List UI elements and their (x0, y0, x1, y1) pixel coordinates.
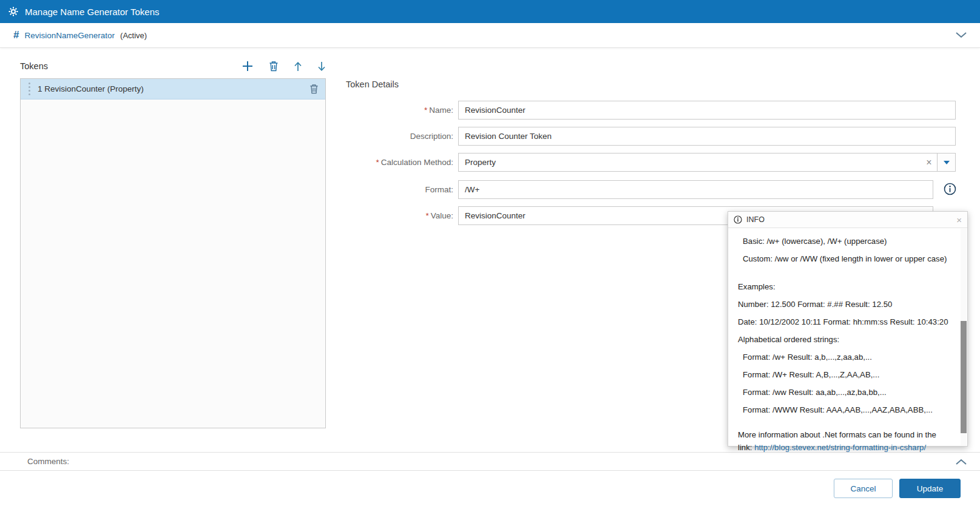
cancel-button[interactable]: Cancel (834, 479, 893, 498)
hash-icon: # (13, 29, 19, 41)
generator-bar: # RevisionNameGenerator (Active) (0, 23, 980, 48)
update-button[interactable]: Update (899, 479, 961, 498)
info-line: Basic: /w+ (lowercase), /W+ (uppercase) (738, 232, 951, 250)
value-label: *Value: (346, 206, 458, 225)
info-popup-footer: More information about .Net formats can … (738, 428, 951, 454)
gear-icon (8, 7, 18, 16)
token-details-title: Token Details (346, 79, 399, 89)
format-row: Format: (346, 180, 933, 199)
format-info-popup: INFO × Basic: /w+ (lowercase), /W+ (uppe… (728, 211, 968, 447)
delete-token-button[interactable] (269, 61, 279, 72)
info-line: Custom: /ww or /WW (fixed length in lowe… (738, 250, 951, 268)
close-icon[interactable]: × (956, 215, 962, 224)
format-label: Format: (346, 180, 458, 199)
description-row: Description: (346, 127, 956, 146)
manage-tokens-window: Manage Name Generator Tokens # RevisionN… (0, 0, 980, 506)
name-field[interactable] (458, 101, 956, 120)
dropdown-caret-button[interactable] (937, 153, 955, 171)
tokens-header: Tokens (20, 58, 326, 74)
name-row: *Name: (346, 101, 956, 120)
tokens-panel-title: Tokens (20, 61, 48, 71)
popup-scrollbar-thumb[interactable] (961, 321, 967, 433)
window-title: Manage Name Generator Tokens (25, 7, 160, 17)
calculation-method-row: *Calculation Method: Property × (346, 153, 956, 172)
comments-label: Comments: (27, 457, 69, 466)
clear-selection-icon[interactable]: × (921, 157, 937, 168)
calculation-method-value: Property (459, 158, 921, 167)
chevron-down-icon[interactable] (956, 32, 967, 38)
info-line: Format: /ww Result: aa,ab,...,az,ba,bb,.… (738, 383, 951, 401)
move-up-button[interactable] (294, 61, 302, 72)
required-asterisk: * (376, 158, 379, 167)
format-field[interactable] (458, 180, 933, 199)
calculation-method-select[interactable]: Property × (458, 153, 956, 172)
info-icon (734, 215, 742, 224)
add-token-button[interactable] (242, 60, 254, 72)
description-field[interactable] (458, 127, 956, 146)
info-line: Format: /WWW Result: AAA,AAB,...,AAZ,ABA… (738, 401, 951, 419)
info-line: Format: /W+ Result: A,B,...,Z,AA,AB,... (738, 366, 951, 383)
tokens-toolbar (242, 60, 326, 72)
formats-link[interactable]: http://blog.stevex.net/string-formatting… (754, 443, 926, 452)
info-popup-body: Basic: /w+ (lowercase), /W+ (uppercase) … (728, 228, 967, 454)
chevron-up-icon[interactable] (956, 459, 967, 465)
token-list-item-selected[interactable]: 1 RevisionCounter (Property) (21, 79, 325, 100)
row-delete-icon[interactable] (309, 84, 319, 94)
info-line: Date: 10/12/2002 10:11 Format: hh:mm:ss … (738, 313, 951, 331)
info-popup-title: INFO (746, 215, 765, 224)
title-bar: Manage Name Generator Tokens (0, 0, 980, 23)
popup-scrollbar[interactable] (961, 229, 967, 445)
move-down-button[interactable] (317, 61, 326, 72)
generator-name-link[interactable]: RevisionNameGenerator (24, 31, 115, 40)
generator-status: (Active) (120, 31, 147, 40)
tokens-list: 1 RevisionCounter (Property) (20, 78, 326, 428)
comments-section: Comments: (0, 452, 980, 471)
info-popup-header: INFO × (728, 212, 967, 228)
calculation-method-label: *Calculation Method: (346, 153, 458, 172)
required-asterisk: * (425, 211, 428, 220)
description-label: Description: (346, 127, 458, 146)
info-line: Format: /w+ Result: a,b,...,z,aa,ab,... (738, 348, 951, 366)
info-line: Examples: (738, 278, 951, 295)
info-line: Number: 12.500 Format: #.## Result: 12.5… (738, 295, 951, 313)
required-asterisk: * (424, 106, 427, 115)
drag-handle-icon[interactable] (29, 86, 30, 88)
name-label: *Name: (346, 101, 458, 120)
token-item-label: 1 RevisionCounter (Property) (38, 84, 144, 93)
format-info-icon[interactable] (944, 183, 956, 197)
info-line: Alphabetical ordered strings: (738, 331, 951, 348)
